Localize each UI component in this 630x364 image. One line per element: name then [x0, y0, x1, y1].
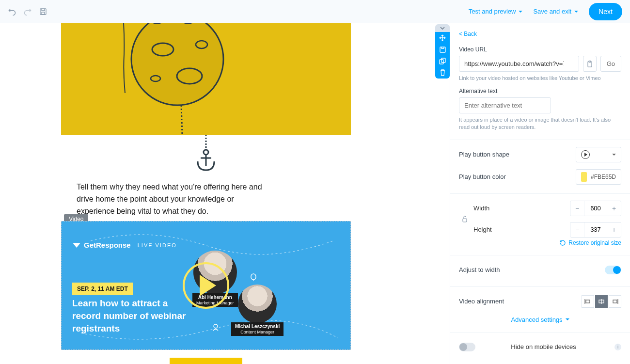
- email-preview: Tell them why they need what you're offe…: [61, 23, 351, 364]
- height-plus-button[interactable]: +: [607, 222, 621, 237]
- topbar-right: Test and preview Save and exit Next: [469, 3, 622, 20]
- video-date-chip: SEP. 2, 11 AM EDT: [72, 283, 133, 295]
- height-label: Height: [473, 226, 492, 233]
- cta-row: Learn more: [61, 350, 351, 364]
- video-url-input[interactable]: [459, 56, 579, 72]
- hide-mobile-toggle[interactable]: [459, 343, 475, 351]
- play-shape-dropdown[interactable]: [576, 147, 621, 162]
- play-shape-preview-icon: [581, 150, 590, 159]
- color-swatch: [581, 172, 587, 182]
- play-color-picker[interactable]: #FBE65D: [576, 169, 621, 185]
- width-stepper[interactable]: − +: [570, 201, 621, 216]
- align-center-button[interactable]: [595, 295, 608, 308]
- properties-panel: < Back Video URL Go Link to your video h…: [450, 23, 630, 364]
- topbar-left: [8, 7, 47, 16]
- video-url-label: Video URL: [459, 46, 621, 53]
- width-input[interactable]: [584, 201, 607, 216]
- svg-rect-20: [586, 300, 590, 303]
- video-thumbnail[interactable]: GetResponse LIVE VIDEO SEP. 2, 11 AM EDT…: [61, 221, 351, 350]
- text-block[interactable]: Tell them why they need what you're offe…: [61, 173, 351, 221]
- align-left-button[interactable]: [582, 295, 594, 308]
- hide-mobile-label: Hide on mobile devices: [511, 343, 576, 350]
- editor-canvas[interactable]: Tell them why they need what you're offe…: [0, 23, 450, 364]
- undo-icon[interactable]: [8, 7, 16, 16]
- advanced-settings-link[interactable]: Advanced settings: [459, 316, 621, 323]
- svg-rect-12: [251, 274, 256, 280]
- body-paragraph: Tell them why they need what you're offe…: [77, 181, 270, 217]
- svg-rect-19: [463, 219, 467, 222]
- play-shape-label: Play button shape: [459, 151, 509, 158]
- learn-more-button[interactable]: Learn more: [170, 358, 242, 364]
- play-color-label: Play button color: [459, 173, 506, 180]
- save-block-icon[interactable]: [435, 44, 450, 55]
- topbar: Test and preview Save and exit Next: [0, 0, 630, 23]
- width-label: Width: [473, 205, 489, 212]
- restore-size-link[interactable]: Restore original size: [459, 239, 621, 246]
- video-block[interactable]: Video GetResponse LIVE VIDEO SEP. 2, 11 …: [61, 221, 351, 350]
- delete-block-icon[interactable]: [435, 67, 450, 79]
- video-alignment-label: Video alignment: [459, 298, 504, 305]
- height-minus-button[interactable]: −: [570, 222, 584, 237]
- lock-aspect-icon[interactable]: [459, 215, 471, 223]
- test-preview-link[interactable]: Test and preview: [469, 8, 523, 15]
- alt-text-label: Alternative text: [459, 88, 621, 95]
- adjust-width-toggle[interactable]: [605, 266, 621, 274]
- alt-hint: It appears in place of a video or image …: [459, 116, 621, 131]
- play-icon: [200, 275, 216, 296]
- width-minus-button[interactable]: −: [570, 201, 584, 216]
- paste-url-icon[interactable]: [583, 56, 597, 72]
- block-toolbar: [435, 24, 450, 79]
- svg-rect-1: [42, 12, 45, 15]
- width-plus-button[interactable]: +: [607, 201, 621, 216]
- duplicate-block-icon[interactable]: [435, 55, 450, 67]
- hero-image-block[interactable]: [61, 23, 351, 135]
- next-button[interactable]: Next: [589, 3, 622, 20]
- chevron-down-icon: [612, 154, 616, 156]
- color-hex-value: #FBE65D: [591, 174, 616, 180]
- go-button[interactable]: Go: [600, 56, 621, 72]
- save-icon[interactable]: [39, 7, 47, 16]
- url-hint: Link to your video hosted on websites li…: [459, 75, 621, 82]
- height-input[interactable]: [584, 222, 607, 237]
- svg-point-11: [204, 150, 208, 155]
- anchor-decoration: [61, 135, 351, 173]
- video-brand: GetResponse LIVE VIDEO: [72, 241, 177, 249]
- svg-rect-0: [40, 9, 46, 15]
- alt-text-input[interactable]: [459, 97, 551, 113]
- svg-rect-14: [440, 47, 445, 52]
- back-link[interactable]: < Back: [459, 31, 477, 37]
- info-icon[interactable]: i: [614, 344, 621, 350]
- svg-rect-22: [613, 300, 617, 303]
- align-right-button[interactable]: [609, 295, 621, 308]
- play-button-overlay[interactable]: [183, 262, 229, 309]
- svg-point-2: [131, 23, 223, 105]
- save-exit-link[interactable]: Save and exit: [533, 8, 578, 15]
- alignment-group: [582, 295, 621, 308]
- speaker-2: Michal LeszczynskiContent Manager: [231, 285, 284, 336]
- move-block-icon[interactable]: [435, 32, 450, 44]
- adjust-width-label: Adjust to width: [459, 266, 500, 273]
- redo-icon[interactable]: [23, 7, 32, 16]
- height-stepper[interactable]: − +: [570, 222, 621, 237]
- video-headline: Learn how to attract a record number of …: [72, 297, 198, 334]
- svg-point-13: [214, 324, 218, 328]
- collapse-toolbar-icon[interactable]: [435, 24, 450, 32]
